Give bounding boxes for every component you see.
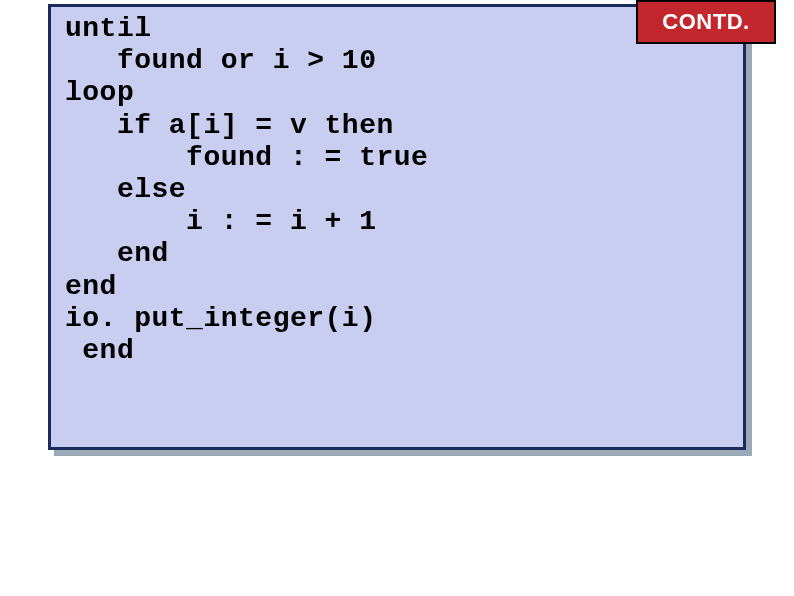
code-line: else	[65, 174, 737, 206]
code-line: io. put_integer(i)	[65, 303, 737, 335]
code-line: i : = i + 1	[65, 206, 737, 238]
code-line: found : = true	[65, 142, 737, 174]
code-line: end	[65, 238, 737, 270]
code-line: if a[i] = v then	[65, 110, 737, 142]
code-line: end	[65, 271, 737, 303]
code-line: found or i > 10	[65, 45, 737, 77]
badge-label: CONTD.	[662, 9, 749, 35]
code-line: end	[65, 335, 737, 367]
code-box: until found or i > 10 loop if a[i] = v t…	[48, 4, 746, 450]
contd-badge: CONTD.	[636, 0, 776, 44]
code-line: loop	[65, 77, 737, 109]
